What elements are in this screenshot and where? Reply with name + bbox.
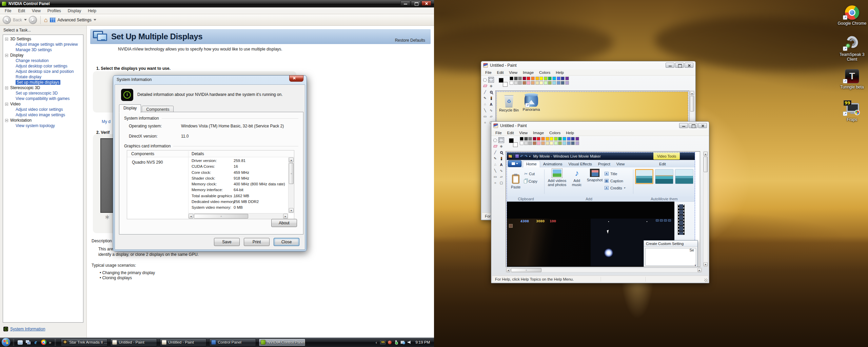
tree-item[interactable]: Stereoscopic 3D xyxy=(3,85,83,90)
details-column-header[interactable]: Details xyxy=(192,151,204,156)
paint2-horizontal-scrollbar[interactable]: ◄ ≡ ► xyxy=(506,268,702,272)
tray-chevron-icon[interactable]: ‹ xyxy=(376,340,377,345)
color-swatch[interactable] xyxy=(550,137,553,141)
print-button[interactable]: Print xyxy=(244,238,270,246)
system-information-link[interactable]: System Information xyxy=(10,327,45,331)
tree-item[interactable]: Set up stereoscopic 3D xyxy=(3,90,83,96)
ellipse-tool-icon[interactable]: ○ xyxy=(492,180,498,186)
menu-item[interactable]: View xyxy=(516,130,530,135)
tree-item-label[interactable]: Adjust video image settings xyxy=(16,113,65,117)
color-swatch[interactable] xyxy=(544,77,548,80)
scroll-right-icon[interactable]: ► xyxy=(697,268,702,272)
fraps-tray-icon[interactable]: 99 xyxy=(380,340,386,344)
pencil-tool-icon[interactable]: ✎ xyxy=(492,156,498,161)
clock[interactable]: 9:19 PM xyxy=(415,340,430,344)
tree-item[interactable]: 3D Settings xyxy=(3,36,83,42)
color-swatch[interactable] xyxy=(554,137,558,141)
network-tray-icon[interactable] xyxy=(400,340,405,344)
eyedropper-tool-icon[interactable]: ╱ xyxy=(492,149,498,155)
eyedropper-tool-icon[interactable]: ╱ xyxy=(482,89,488,95)
color-swatch[interactable] xyxy=(537,141,540,145)
menu-item[interactable]: View xyxy=(506,70,520,75)
close-button[interactable]: Close xyxy=(274,238,299,246)
start-button[interactable] xyxy=(2,338,10,346)
tree-item[interactable]: Adjust desktop size and position xyxy=(3,69,83,74)
components-column-header[interactable]: Components xyxy=(131,151,154,156)
color-swatch[interactable] xyxy=(510,77,513,80)
tree-expander-icon[interactable] xyxy=(5,103,8,106)
taskbar-button[interactable]: Star Trek Armada II ... xyxy=(61,339,107,346)
tree-item-label[interactable]: Adjust video color settings xyxy=(16,107,63,112)
freeform-select-tool-icon[interactable] xyxy=(482,77,488,83)
color-swatch[interactable] xyxy=(558,141,562,145)
color-swatch[interactable] xyxy=(531,77,535,80)
minimize-button[interactable] xyxy=(679,123,688,128)
color-swatch[interactable] xyxy=(563,137,566,141)
color-swatch[interactable] xyxy=(548,77,552,80)
select-tool-icon[interactable] xyxy=(498,137,504,143)
tree-item-label[interactable]: Adjust image settings with preview xyxy=(16,42,78,47)
taskbar-button[interactable]: Untitled - Paint xyxy=(160,339,206,346)
taskbar-button[interactable]: NVIDIA Control Panel xyxy=(259,339,305,346)
color-swatch[interactable] xyxy=(520,137,524,141)
component-name[interactable]: Quadro NVS 290 xyxy=(132,160,163,165)
paint2-vertical-scrollbar[interactable]: ▲ ▼ xyxy=(703,151,708,267)
color-swatch[interactable] xyxy=(575,141,579,145)
back-button[interactable] xyxy=(3,16,11,24)
color-swatch[interactable] xyxy=(552,77,556,80)
line-tool-icon[interactable]: ╲ xyxy=(482,107,488,113)
tree-item-label[interactable]: Adjust desktop size and position xyxy=(16,69,74,74)
tree-item[interactable]: Workstation xyxy=(3,118,83,123)
menu-item[interactable]: Display xyxy=(64,8,84,14)
color-swatch[interactable] xyxy=(558,137,562,141)
forward-button[interactable] xyxy=(29,16,37,24)
usb-tray-icon[interactable] xyxy=(394,340,398,345)
magnifier-tool-icon[interactable] xyxy=(498,149,504,155)
color-swatch[interactable] xyxy=(561,81,565,85)
color-swatch[interactable] xyxy=(533,141,536,145)
color-swatch[interactable] xyxy=(561,77,565,80)
color-swatch[interactable] xyxy=(531,81,535,85)
minimize-button[interactable] xyxy=(666,63,674,68)
foreground-background-swatch[interactable] xyxy=(499,78,508,87)
color-swatch[interactable] xyxy=(539,81,543,85)
tree-item-label[interactable]: Manage 3D settings xyxy=(16,47,52,52)
save-button[interactable]: Save xyxy=(214,238,240,246)
dialog-close-button[interactable] xyxy=(289,75,303,82)
color-swatch[interactable] xyxy=(544,81,548,85)
scroll-up-icon[interactable]: ▲ xyxy=(690,91,694,95)
restore-defaults-link[interactable]: Restore Defaults xyxy=(395,38,425,43)
menu-item[interactable]: File xyxy=(482,70,494,75)
tree-expander-icon[interactable] xyxy=(5,54,8,57)
chrome-icon[interactable] xyxy=(40,339,47,346)
scroll-up-icon[interactable]: ▲ xyxy=(289,158,294,162)
tree-item[interactable]: Adjust video image settings xyxy=(3,112,83,118)
color-swatch[interactable] xyxy=(514,77,518,80)
tree-item[interactable]: Rotate display xyxy=(3,74,83,80)
desktop-icon-fraps[interactable]: 99 ↗ Fraps xyxy=(837,99,867,122)
tree-expander-icon[interactable] xyxy=(5,119,8,122)
color-swatch[interactable] xyxy=(550,141,553,145)
brush-tool-icon[interactable] xyxy=(488,95,494,101)
color-swatch[interactable] xyxy=(541,141,545,145)
rectangle-tool-icon[interactable]: ▭ xyxy=(492,174,498,180)
minimize-button[interactable] xyxy=(400,1,410,6)
magnifier-tool-icon[interactable] xyxy=(488,89,494,95)
pencil-tool-icon[interactable]: ✎ xyxy=(482,95,488,101)
menu-item[interactable]: Colors xyxy=(547,130,563,135)
select-tool-icon[interactable] xyxy=(488,77,494,83)
tree-item[interactable]: Change resolution xyxy=(3,58,83,63)
about-button[interactable]: About xyxy=(271,219,297,227)
menu-item[interactable]: Edit xyxy=(15,8,28,14)
tree-item-label[interactable]: Video xyxy=(10,102,20,106)
tree-item-label[interactable]: Stereoscopic 3D xyxy=(10,85,40,90)
color-swatch[interactable] xyxy=(533,137,536,141)
tree-item[interactable]: Adjust video color settings xyxy=(3,107,83,112)
text-tool-icon[interactable]: A xyxy=(488,101,494,107)
eraser-tool-icon[interactable] xyxy=(482,83,488,89)
tree-item-label[interactable]: Change resolution xyxy=(16,58,48,63)
menu-item[interactable]: Help xyxy=(553,70,567,75)
scrollbar-thumb[interactable] xyxy=(690,96,694,111)
color-swatch[interactable] xyxy=(571,141,575,145)
color-swatch[interactable] xyxy=(571,137,575,141)
